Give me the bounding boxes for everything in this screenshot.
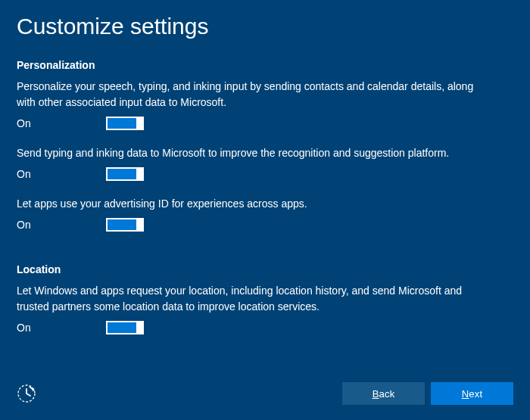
toggle-state-label: On xyxy=(17,117,106,129)
setting-description: Send typing and inking data to Microsoft… xyxy=(17,145,513,161)
location-heading: Location xyxy=(17,263,513,275)
location-section: Location Let Windows and apps request yo… xyxy=(17,263,513,334)
setting-description: Let Windows and apps request your locati… xyxy=(17,283,513,315)
setting-description: Let apps use your advertising ID for exp… xyxy=(17,196,513,212)
setting-typing-inking-data: Send typing and inking data to Microsoft… xyxy=(17,145,513,181)
toggle-typing-inking-data[interactable] xyxy=(106,167,144,181)
next-button[interactable]: Next xyxy=(431,382,513,405)
back-button[interactable]: Back xyxy=(342,382,425,405)
button-bar: Back Next xyxy=(342,382,513,405)
ease-of-access-icon[interactable] xyxy=(17,384,36,403)
toggle-state-label: On xyxy=(17,219,106,231)
setting-speech-typing-inking: Personalize your speech, typing, and ink… xyxy=(17,79,513,130)
toggle-location[interactable] xyxy=(106,321,144,334)
footer: Back Next xyxy=(0,378,530,420)
personalization-section: Personalization Personalize your speech,… xyxy=(17,59,513,232)
setting-location: Let Windows and apps request your locati… xyxy=(17,283,513,334)
toggle-state-label: On xyxy=(17,168,106,180)
toggle-advertising-id[interactable] xyxy=(106,218,144,232)
next-label-rest: ext xyxy=(469,388,482,400)
personalization-heading: Personalization xyxy=(17,59,513,71)
setting-description: Personalize your speech, typing, and ink… xyxy=(17,79,513,110)
toggle-state-label: On xyxy=(17,322,106,334)
toggle-speech-typing-inking[interactable] xyxy=(106,117,144,130)
setting-advertising-id: Let apps use your advertising ID for exp… xyxy=(17,196,513,232)
back-label-rest: ack xyxy=(379,388,395,400)
page-title: Customize settings xyxy=(17,14,513,39)
